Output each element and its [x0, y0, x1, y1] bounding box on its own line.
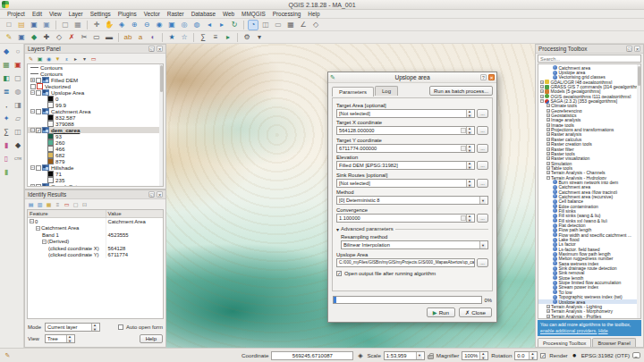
expander-icon[interactable]: +: [547, 138, 550, 141]
lock-scale-icon[interactable]: [428, 355, 434, 359]
node-tool-icon[interactable]: ◇: [54, 32, 64, 43]
expander-icon[interactable]: +: [547, 109, 550, 113]
expander-icon[interactable]: +: [547, 156, 550, 160]
expander-icon[interactable]: +: [540, 89, 544, 93]
layer-visibility-checkbox[interactable]: ✓: [36, 128, 41, 133]
dropdown-arrow-icon[interactable]: ▼: [479, 197, 486, 204]
layer-item-99-9[interactable]: 99.9: [28, 102, 163, 108]
help-button[interactable]: Help: [140, 334, 163, 343]
open-attribute-table-icon[interactable]: ▦: [285, 20, 296, 30]
expander-icon[interactable]: −: [30, 90, 35, 95]
close-panel-button[interactable]: ✕: [157, 46, 163, 52]
layer-labeling-options-icon[interactable]: a: [135, 32, 146, 43]
layer-visibility-checkbox[interactable]: [36, 184, 41, 188]
identify-row-clicked-coordinate-x[interactable]: (clicked coordinate X)564128: [28, 245, 163, 252]
move-map-icon[interactable]: ◈: [116, 20, 127, 30]
new-project-icon[interactable]: □: [4, 20, 14, 30]
expander-icon[interactable]: +: [30, 184, 35, 187]
layer-item-googlesat[interactable]: +GoogleSat: [28, 183, 163, 187]
identify-row-derived[interactable]: −(Derived): [28, 239, 163, 246]
layer-visibility-checkbox[interactable]: [36, 109, 41, 114]
add-raster-layer-icon[interactable]: ▦: [1, 60, 12, 71]
labeling-icon[interactable]: ab: [123, 32, 133, 43]
float-panel-button[interactable]: ◱: [148, 191, 155, 198]
field-calculator-icon[interactable]: ∑: [198, 32, 208, 43]
expander-icon[interactable]: +: [547, 114, 550, 117]
browse-button[interactable]: ...: [477, 258, 488, 267]
select-features-icon[interactable]: ◫: [260, 20, 271, 30]
spinner-icon[interactable]: ▲▼: [466, 180, 472, 187]
cut-features-icon[interactable]: ✂: [79, 32, 89, 43]
layer-diagram-options-icon[interactable]: ◐: [148, 32, 158, 43]
zoom-to-layer-icon[interactable]: ◍: [191, 20, 202, 30]
float-panel-button[interactable]: ◱: [626, 46, 632, 52]
tab-processing-toolbox[interactable]: Processing Toolbox: [538, 338, 591, 347]
expander-icon[interactable]: +: [540, 85, 544, 88]
zoom-next-icon[interactable]: ▸: [216, 20, 227, 30]
expand-new-results-icon[interactable]: ▦: [45, 200, 53, 208]
layer-item-379088[interactable]: 379088: [28, 121, 163, 127]
menu-raster[interactable]: Raster: [164, 11, 188, 17]
close-panel-button[interactable]: ✕: [634, 46, 640, 52]
osm-tools-icon[interactable]: ✦: [1, 114, 12, 124]
layer-visibility-checkbox[interactable]: [36, 78, 41, 83]
view-select[interactable]: Tree▲▼: [45, 334, 75, 343]
browse-button[interactable]: ...: [477, 214, 488, 223]
tab-log[interactable]: Log: [375, 86, 398, 96]
filter-by-expression-icon[interactable]: ε: [63, 55, 71, 63]
close-panel-button[interactable]: ✕: [157, 191, 163, 198]
identify-row-band-1[interactable]: Band 14523555: [28, 232, 163, 239]
toolbox-item-flow-width-and-specific-catchment[interactable]: Flow width and specific catchment ...: [538, 232, 640, 237]
spinner-icon[interactable]: ▲▼: [466, 127, 472, 134]
spinner-icon[interactable]: ▲▼: [466, 215, 472, 222]
statistical-summary-icon[interactable]: ≡: [210, 32, 221, 43]
layer-visibility-checkbox[interactable]: [36, 90, 41, 96]
topology-checker-icon[interactable]: ◫: [13, 127, 23, 138]
expand-all-icon[interactable]: ▸: [72, 55, 80, 63]
layer-visibility-checkbox[interactable]: [30, 84, 36, 89]
deselect-features-icon[interactable]: ▭: [273, 20, 284, 30]
menu-settings[interactable]: Settings: [87, 11, 114, 17]
menu-mmqgis[interactable]: MMQGIS: [238, 11, 269, 17]
layer-item-682[interactable]: 682: [28, 152, 163, 158]
add-spatialite-layer-icon[interactable]: ▢: [13, 73, 23, 84]
menu-help[interactable]: Help: [304, 11, 323, 17]
advanced-parameters-section[interactable]: ▾Advanced parameters: [336, 226, 488, 232]
layer-item-dem-carea[interactable]: −✓dem_carea: [28, 127, 163, 133]
zoom-out-icon[interactable]: ⊖: [141, 20, 152, 30]
messages-bubble-icon[interactable]: [632, 352, 640, 358]
value-column-header[interactable]: Value: [106, 210, 163, 217]
identify-row-clicked-coordinate-y[interactable]: (clicked coordinate Y)6711774: [28, 252, 163, 259]
ctr-plugin-icon[interactable]: CTR: [13, 154, 23, 164]
composer-manager-icon[interactable]: ▦: [72, 20, 83, 30]
add-group-icon[interactable]: ▣: [36, 55, 44, 63]
spinner-icon[interactable]: ▲▼: [466, 162, 472, 169]
layer-item-260[interactable]: 260: [28, 139, 163, 146]
expander-icon[interactable]: +: [547, 162, 550, 165]
browse-button[interactable]: ...: [477, 161, 488, 170]
copy-features-icon[interactable]: ▭: [91, 32, 102, 43]
field-value-target-x-coordinate[interactable]: 564128.000000▲▼: [336, 126, 475, 135]
float-panel-button[interactable]: ◱: [148, 46, 155, 52]
expander-icon[interactable]: +: [547, 104, 550, 107]
layer-item-879[interactable]: 879: [28, 158, 163, 164]
toggle-editing-icon[interactable]: ✎: [4, 32, 14, 43]
mmqgis-menu-icon[interactable]: ▾: [254, 32, 265, 43]
zoom-in-icon[interactable]: ⊕: [129, 20, 140, 30]
measure-line-icon[interactable]: ∠: [298, 20, 309, 30]
field-value-upslope-area[interactable]: C:/000_myFiles/GISBin/myGIS/myProjects.G…: [336, 258, 475, 267]
expander-icon[interactable]: +: [547, 128, 550, 131]
add-delimited-text-icon[interactable]: ，: [1, 100, 12, 111]
pan-map-icon[interactable]: ✋: [104, 20, 114, 30]
magnifier-spinner[interactable]: 100%▲▼: [462, 351, 488, 360]
expander-icon[interactable]: +: [547, 142, 550, 146]
run-button[interactable]: ▶ Run: [427, 307, 455, 317]
layer-item-contours[interactable]: Contours: [28, 71, 163, 77]
menu-processing[interactable]: Processing: [269, 11, 305, 17]
layer-item-0[interactable]: 0: [28, 96, 163, 102]
add-database-layer-icon[interactable]: ▣: [13, 60, 23, 71]
sum-statistics-icon[interactable]: ∑: [1, 127, 12, 138]
expander-icon[interactable]: +: [547, 123, 550, 127]
expander-icon[interactable]: −: [30, 219, 34, 223]
toolbox-item-vector-raster[interactable]: +Vector <-> raster: [538, 318, 640, 319]
